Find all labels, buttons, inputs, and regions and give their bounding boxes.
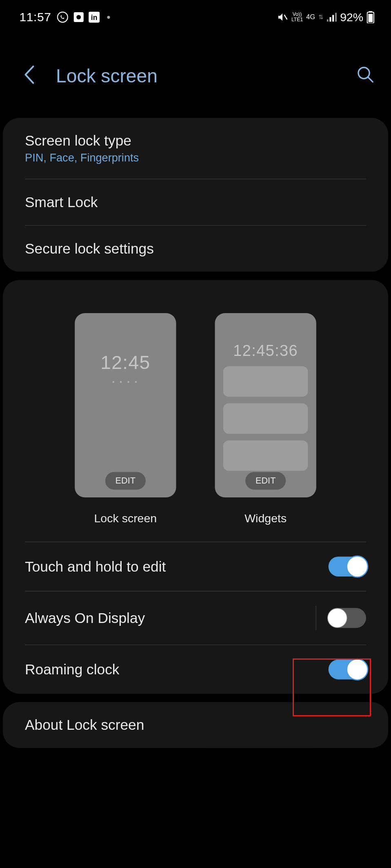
battery-percent: 92% (340, 11, 363, 24)
app-icon (73, 12, 83, 22)
svg-point-0 (57, 12, 67, 22)
edit-button[interactable]: EDIT (105, 472, 145, 490)
mute-icon (277, 11, 288, 22)
edit-button[interactable]: EDIT (246, 472, 286, 490)
roaming-clock-toggle[interactable] (329, 660, 366, 680)
roaming-clock-row[interactable]: Roaming clock (3, 645, 388, 694)
signal-icon (327, 13, 337, 22)
lock-settings-card: Screen lock type PIN, Face, Fingerprints… (3, 118, 388, 272)
row-title: Always On Display (25, 610, 315, 627)
page-header: Lock screen (0, 31, 391, 110)
preview-clock: 12:45 (100, 352, 150, 373)
row-title: About Lock screen (25, 716, 366, 733)
svg-line-16 (368, 77, 373, 82)
status-time: 11:57 (19, 10, 51, 24)
secure-lock-settings-row[interactable]: Secure lock settings (3, 226, 388, 272)
preview-row: 12:45 • • • • EDIT Lock screen 12:45:36 … (3, 280, 388, 542)
touch-hold-edit-row[interactable]: Touch and hold to edit (3, 542, 388, 591)
widget-placeholder (223, 403, 308, 434)
about-card: About Lock screen (3, 702, 388, 748)
always-on-display-row[interactable]: Always On Display (3, 592, 388, 645)
screen-lock-type-row[interactable]: Screen lock type PIN, Face, Fingerprints (3, 118, 388, 179)
widgets-thumbnail: 12:45:36 EDIT (215, 313, 316, 497)
row-title: Screen lock type (25, 132, 366, 149)
back-icon[interactable] (22, 64, 36, 87)
widgets-preview[interactable]: 12:45:36 EDIT Widgets (215, 313, 316, 525)
about-lock-screen-row[interactable]: About Lock screen (3, 702, 388, 748)
row-title: Smart Lock (25, 194, 366, 211)
lockscreen-thumbnail: 12:45 • • • • EDIT (75, 313, 176, 497)
volte-icon: Vo)) LTE1 (291, 12, 303, 22)
svg-rect-8 (327, 19, 329, 21)
svg-point-2 (76, 15, 81, 20)
svg-rect-9 (329, 17, 331, 22)
touch-hold-toggle[interactable] (329, 557, 366, 576)
preview-clock: 12:45:36 (233, 342, 298, 360)
preview-label: Widgets (244, 512, 287, 525)
whatsapp-icon (56, 11, 69, 23)
svg-rect-11 (335, 13, 337, 22)
row-title: Touch and hold to edit (25, 558, 329, 575)
preview-dots: • • • • (112, 378, 139, 386)
row-title: Secure lock settings (25, 240, 366, 257)
preview-label: Lock screen (94, 512, 157, 525)
status-right: Vo)) LTE1 4G ⇅ 92% (277, 11, 375, 24)
toggle-divider (315, 606, 316, 630)
svg-rect-10 (332, 15, 334, 22)
battery-icon (367, 11, 374, 23)
row-title: Roaming clock (25, 661, 329, 678)
svg-text:in: in (91, 13, 97, 22)
svg-rect-14 (368, 14, 373, 22)
svg-point-15 (358, 68, 369, 79)
search-icon[interactable] (357, 66, 374, 86)
dot-icon: ● (107, 13, 111, 21)
page-title: Lock screen (56, 65, 357, 86)
linkedin-icon: in (89, 11, 100, 22)
updown-icon: ⇅ (318, 13, 323, 21)
display-settings-card: 12:45 • • • • EDIT Lock screen 12:45:36 … (3, 280, 388, 694)
row-subtitle: PIN, Face, Fingerprints (25, 152, 366, 164)
always-on-display-toggle[interactable] (329, 608, 366, 628)
network-type: 4G (306, 14, 315, 20)
smart-lock-row[interactable]: Smart Lock (3, 179, 388, 225)
widget-placeholder (223, 366, 308, 397)
lockscreen-preview[interactable]: 12:45 • • • • EDIT Lock screen (75, 313, 176, 525)
status-left: 11:57 in ● (19, 10, 111, 24)
widget-placeholder (223, 440, 308, 471)
status-bar: 11:57 in ● Vo)) LTE1 4G ⇅ 92% (0, 0, 391, 31)
